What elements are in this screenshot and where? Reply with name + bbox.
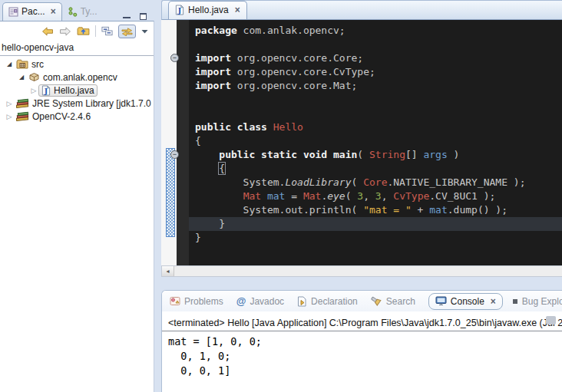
link-with-editor-icon bbox=[121, 27, 133, 36]
tab-label: Ty... bbox=[81, 6, 98, 17]
svg-text:J: J bbox=[44, 87, 48, 95]
code-line-12: System.LoadLibrary( Core.NATIVE_LIBRARY_… bbox=[189, 176, 562, 189]
library-icon bbox=[16, 111, 29, 121]
tab-label: Javadoc bbox=[250, 296, 284, 307]
project-tree: ◢src◢com.anlak.opencv▷JHello.java▷JRE Sy… bbox=[0, 56, 154, 123]
console-toolbar-icon[interactable] bbox=[546, 316, 556, 324]
tab-console[interactable]: Console× bbox=[428, 293, 503, 310]
tab-label: Declaration bbox=[311, 296, 358, 307]
collapse-arrow-icon[interactable]: ◢ bbox=[5, 61, 14, 68]
tab-type-hierarchy[interactable]: Ty... bbox=[62, 3, 103, 21]
source-folder-icon bbox=[16, 59, 28, 69]
console-title: <terminated> Hello [Java Application] C:… bbox=[162, 311, 562, 331]
forward-icon bbox=[59, 27, 71, 36]
code-line-11: { bbox=[189, 162, 562, 176]
tab-bug-explorer[interactable]: Bug Explorer bbox=[512, 296, 562, 307]
tab-package-explorer[interactable]: Pac... × bbox=[2, 2, 62, 21]
tab-problems[interactable]: Problems bbox=[170, 296, 223, 307]
tree-item-src[interactable]: ◢src bbox=[0, 58, 154, 71]
collapse-all-icon bbox=[101, 26, 113, 36]
code-line-15: } bbox=[189, 217, 562, 231]
tree-item-com[interactable]: ◢com.anlak.opencv bbox=[0, 71, 154, 84]
method-range-indicator bbox=[166, 148, 175, 237]
code-line-3: import org.opencv.core.Core; bbox=[189, 51, 562, 65]
tab-label: Search bbox=[386, 296, 415, 307]
collapse-arrow-icon[interactable]: ◢ bbox=[17, 74, 26, 81]
search-icon bbox=[371, 296, 382, 306]
tab-label: Bug Explorer bbox=[522, 296, 562, 307]
bottom-view-tabbar: Problems@JavadocDeclarationSearchConsole… bbox=[162, 291, 562, 311]
console-icon bbox=[435, 296, 447, 306]
code-line-7 bbox=[189, 107, 562, 120]
link-with-editor-button[interactable] bbox=[118, 25, 136, 38]
tab-label: Pac... bbox=[21, 6, 45, 17]
expand-arrow-icon[interactable]: ▷ bbox=[5, 100, 14, 107]
tab-search[interactable]: Search bbox=[371, 296, 415, 307]
package-icon bbox=[28, 72, 40, 82]
code-editor[interactable]: package com.anlak.opencv;import org.open… bbox=[161, 20, 562, 265]
bug-square-icon bbox=[512, 298, 518, 305]
close-icon[interactable]: × bbox=[51, 8, 56, 15]
tree-item-project[interactable]: hello-opencv-java bbox=[0, 41, 154, 56]
fold-collapse-icon[interactable]: − bbox=[170, 150, 179, 159]
close-icon[interactable]: × bbox=[235, 6, 240, 14]
code-line-4: import org.opencv.core.CvType; bbox=[189, 65, 562, 79]
code-line-2 bbox=[189, 38, 562, 51]
expand-arrow-icon[interactable]: ▷ bbox=[5, 113, 14, 120]
maximize-icon[interactable] bbox=[140, 13, 147, 20]
forward-button[interactable] bbox=[59, 27, 71, 36]
tab-hello-java[interactable]: J Hello.java × bbox=[168, 1, 247, 19]
tree-item-content: OpenCV-2.4.6 bbox=[14, 111, 93, 122]
package-explorer-icon bbox=[8, 7, 18, 17]
fold-collapse-icon[interactable]: − bbox=[170, 54, 179, 62]
code-line-10: public static void main( String[] args ) bbox=[189, 148, 562, 162]
back-button[interactable] bbox=[41, 27, 54, 36]
code-line-13: Mat mat = Mat.eye( 3, 3, CvType.CV_8UC1 … bbox=[189, 189, 562, 203]
up-icon bbox=[77, 26, 90, 36]
left-view-tabbar: Pac... × Ty... bbox=[0, 0, 154, 21]
view-menu-button[interactable] bbox=[141, 29, 148, 34]
view-menu-icon bbox=[141, 29, 148, 34]
toolbar-separator bbox=[95, 25, 96, 37]
tree-item-content: JRE System Library [jdk1.7.0 bbox=[14, 98, 154, 109]
console-output-line: 0, 0, 1] bbox=[168, 364, 556, 378]
code-line-6 bbox=[189, 93, 562, 107]
back-icon bbox=[41, 27, 54, 36]
tree-item-opencv-2[interactable]: ▷OpenCV-2.4.6 bbox=[0, 110, 154, 123]
tree-item-hello[interactable]: ▷JHello.java bbox=[0, 84, 154, 97]
up-button[interactable] bbox=[77, 26, 90, 36]
code-line-14: System.out.println( "mat = " + mat.dump(… bbox=[189, 203, 562, 217]
code-line-8: public class Hello bbox=[189, 120, 562, 134]
tree-item-label: OpenCV-2.4.6 bbox=[32, 111, 91, 122]
tree-item-jre[interactable]: ▷JRE System Library [jdk1.7.0 bbox=[0, 97, 154, 110]
tab-javadoc[interactable]: @Javadoc bbox=[236, 296, 284, 307]
package-explorer-toolbar bbox=[0, 21, 154, 41]
tree-item-label: JRE System Library [jdk1.7.0 bbox=[32, 98, 151, 109]
tab-declaration[interactable]: Declaration bbox=[297, 296, 358, 307]
tab-label: Problems bbox=[184, 296, 223, 307]
java-file-icon: J bbox=[41, 85, 51, 96]
java-file-icon: J bbox=[175, 5, 184, 15]
selected-tree-item: JHello.java bbox=[38, 84, 98, 97]
type-hierarchy-icon bbox=[68, 7, 78, 17]
close-icon[interactable]: × bbox=[491, 298, 496, 305]
svg-text:J: J bbox=[177, 6, 182, 15]
library-icon bbox=[16, 98, 29, 108]
expand-arrow-icon[interactable]: ▷ bbox=[29, 87, 38, 94]
tree-item-content: src bbox=[14, 59, 46, 70]
console-output: mat = [1, 0, 0; 0, 1, 0; 0, 0, 1] bbox=[162, 331, 562, 381]
tab-label: Console bbox=[451, 296, 484, 307]
code-line-5: import org.opencv.core.Mat; bbox=[189, 79, 562, 93]
declaration-icon bbox=[297, 296, 307, 307]
console-output-line: 0, 1, 0; bbox=[168, 349, 556, 364]
console-output-line: mat = [1, 0, 0; bbox=[168, 334, 556, 349]
horizontal-scrollbar[interactable]: ◂ bbox=[161, 265, 562, 277]
scroll-left-icon[interactable]: ◂ bbox=[162, 266, 174, 276]
package-explorer-view: Pac... × Ty... hello bbox=[0, 0, 154, 392]
code-content: package com.anlak.opencv;import org.open… bbox=[189, 20, 562, 265]
tree-item-label: src bbox=[31, 59, 44, 70]
minimize-icon[interactable] bbox=[123, 12, 131, 18]
collapse-all-button[interactable] bbox=[101, 26, 113, 36]
console-view: Problems@JavadocDeclarationSearchConsole… bbox=[161, 290, 562, 392]
view-window-buttons bbox=[123, 8, 154, 21]
